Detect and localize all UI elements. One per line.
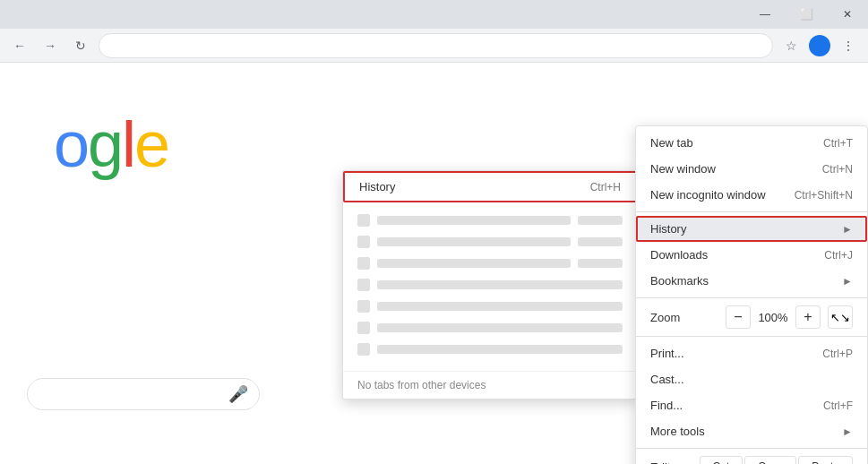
history-flyout-title: History [359, 180, 395, 193]
history-items-list [343, 202, 637, 367]
zoom-percent: 100% [754, 311, 792, 324]
menu-item-history-label: History [650, 222, 686, 236]
history-item-title [377, 280, 623, 289]
history-item[interactable] [343, 339, 637, 360]
zoom-controls: − 100% + ↖↘ [726, 305, 853, 329]
history-item-favicon [357, 343, 370, 356]
menu-item-more-tools[interactable]: More tools ► [636, 418, 867, 444]
menu-item-history[interactable]: History ► [636, 216, 867, 242]
toolbar-icons: ☆ ⋮ [778, 33, 861, 58]
maximize-button[interactable]: ⬜ [786, 0, 827, 29]
menu-item-new-window-shortcut: Ctrl+N [822, 163, 853, 176]
forward-button[interactable]: → [38, 33, 63, 58]
history-item-favicon [357, 236, 370, 248]
menu-item-downloads-label: Downloads [650, 248, 708, 262]
logo-letter-g2: g [88, 108, 122, 180]
history-item-favicon [357, 279, 370, 291]
menu-divider [636, 448, 867, 449]
history-flyout: History Ctrl+H [342, 170, 638, 400]
no-tabs-text: No tabs from other devices [343, 371, 637, 399]
menu-item-new-window-label: New window [650, 162, 716, 176]
menu-item-incognito-label: New incognito window [650, 188, 766, 202]
history-item[interactable] [343, 210, 637, 231]
history-item-favicon [357, 300, 370, 313]
menu-item-find-label: Find... [650, 399, 683, 412]
mic-icon[interactable]: 🎤 [228, 384, 248, 404]
paste-button[interactable]: Paste [798, 456, 853, 464]
minimize-button[interactable]: — [744, 0, 786, 29]
menu-divider [636, 211, 867, 212]
edit-buttons: Cut Copy Paste [700, 456, 853, 464]
menu-item-incognito-shortcut: Ctrl+Shift+N [795, 189, 853, 202]
menu-item-new-tab[interactable]: New tab Ctrl+T [636, 130, 867, 156]
menu-item-find-shortcut: Ctrl+F [823, 400, 853, 412]
history-item[interactable] [343, 231, 637, 253]
zoom-row: Zoom − 100% + ↖↘ [636, 302, 867, 332]
history-item[interactable] [343, 317, 637, 339]
title-bar: — ⬜ ✕ [0, 0, 868, 29]
back-button[interactable]: ← [7, 33, 32, 58]
zoom-minus-button[interactable]: − [726, 305, 751, 329]
edit-label: Edit [650, 460, 700, 465]
history-flyout-shortcut: Ctrl+H [590, 181, 621, 193]
menu-item-new-tab-shortcut: Ctrl+T [823, 137, 853, 150]
chrome-menu: New tab Ctrl+T New window Ctrl+N New inc… [635, 125, 868, 464]
reload-button[interactable]: ↻ [68, 33, 93, 58]
menu-divider [636, 336, 867, 337]
history-flyout-header[interactable]: History Ctrl+H [343, 171, 637, 202]
history-item-date [578, 259, 623, 268]
edit-row: Edit Cut Copy Paste [636, 452, 867, 464]
menu-item-incognito[interactable]: New incognito window Ctrl+Shift+N [636, 182, 867, 208]
menu-item-history-arrow: ► [842, 223, 853, 236]
history-item-title [377, 216, 571, 225]
menu-item-downloads-shortcut: Ctrl+J [824, 249, 853, 262]
menu-item-find[interactable]: Find... Ctrl+F [636, 392, 867, 418]
history-item[interactable] [343, 274, 637, 296]
menu-item-bookmarks[interactable]: Bookmarks ► [636, 268, 867, 294]
search-bar[interactable]: 🎤 [27, 378, 260, 410]
menu-item-cast[interactable]: Cast... [636, 366, 867, 392]
history-item-title [377, 323, 623, 332]
history-item-date [578, 216, 623, 225]
history-item-favicon [357, 214, 370, 227]
zoom-plus-button[interactable]: + [795, 305, 821, 329]
logo-letter-o: o [54, 108, 88, 180]
menu-item-print-label: Print... [650, 347, 684, 360]
history-item-title [377, 237, 571, 246]
bookmark-icon[interactable]: ☆ [778, 33, 804, 58]
zoom-fullscreen-button[interactable]: ↖↘ [828, 305, 853, 329]
history-item-title [377, 302, 623, 311]
zoom-label: Zoom [650, 311, 726, 324]
menu-item-more-tools-arrow: ► [842, 425, 853, 438]
close-button[interactable]: ✕ [827, 0, 868, 29]
browser-toolbar: ← → ↻ ☆ ⋮ [0, 29, 868, 63]
menu-divider [636, 297, 867, 298]
menu-item-print[interactable]: Print... Ctrl+P [636, 340, 867, 366]
menu-item-bookmarks-label: Bookmarks [650, 274, 709, 288]
history-item[interactable] [343, 253, 637, 274]
history-item-title [377, 345, 623, 354]
menu-item-downloads[interactable]: Downloads Ctrl+J [636, 242, 867, 268]
history-item-favicon [357, 322, 370, 334]
main-content: ogle 🎤 History Ctrl+H [0, 63, 868, 464]
menu-item-bookmarks-arrow: ► [842, 275, 853, 288]
menu-item-more-tools-label: More tools [650, 425, 705, 438]
history-item[interactable] [343, 296, 637, 317]
history-item-favicon [357, 257, 370, 270]
cut-button[interactable]: Cut [700, 456, 743, 464]
menu-item-new-window[interactable]: New window Ctrl+N [636, 156, 867, 182]
profile-avatar [809, 35, 830, 56]
history-item-title [377, 259, 571, 268]
logo-letter-l: l [122, 108, 134, 180]
logo-letter-e: e [134, 108, 168, 180]
menu-item-print-shortcut: Ctrl+P [822, 348, 853, 360]
history-item-date [578, 237, 623, 246]
profile-button[interactable] [807, 33, 832, 58]
menu-button[interactable]: ⋮ [836, 33, 861, 58]
menu-item-new-tab-label: New tab [650, 136, 693, 150]
menu-item-cast-label: Cast... [650, 373, 684, 386]
address-bar[interactable] [99, 33, 773, 58]
copy-button[interactable]: Copy [744, 456, 796, 464]
title-bar-controls: — ⬜ ✕ [744, 0, 868, 29]
google-logo: ogle [54, 107, 168, 181]
